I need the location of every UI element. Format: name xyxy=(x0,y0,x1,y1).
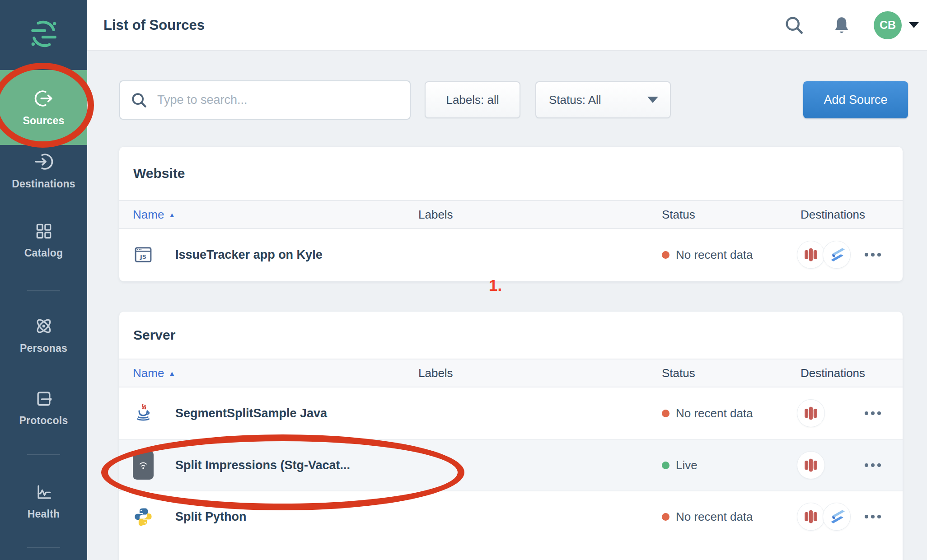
table-header: Name ▲ Labels Status Destinations xyxy=(119,359,903,387)
column-header-destinations: Destinations xyxy=(801,366,889,380)
table-row-split-impressions[interactable]: Split Impressions (Stg-Vacat... Live xyxy=(119,439,903,490)
search-input[interactable] xyxy=(157,93,400,107)
table-row-java[interactable]: SegmentSplitSample Java No recent data xyxy=(119,387,903,439)
status-filter-dropdown[interactable]: Status: All xyxy=(535,81,671,118)
status-text: No recent data xyxy=(676,406,753,420)
row-actions-button[interactable] xyxy=(860,510,885,523)
column-header-destinations: Destinations xyxy=(801,208,889,222)
row-actions-button[interactable] xyxy=(860,407,885,420)
sidebar: Sources Destinations Catalog xyxy=(0,0,87,560)
destinations-cell xyxy=(801,241,889,269)
labels-filter-label: Labels: all xyxy=(446,93,499,107)
status-filter-label: Status: All xyxy=(549,93,601,107)
source-name-link[interactable]: SegmentSplitSample Java xyxy=(175,406,327,420)
sidebar-item-protocols[interactable]: Protocols xyxy=(0,384,87,431)
status-text: No recent data xyxy=(676,248,753,262)
search-icon xyxy=(130,91,148,109)
source-name-link[interactable]: Split Python xyxy=(175,510,247,524)
sidebar-divider xyxy=(27,290,60,291)
global-search-button[interactable] xyxy=(784,15,805,36)
destination-red-cylinder-icon[interactable] xyxy=(797,503,825,531)
svg-text:JS: JS xyxy=(140,253,146,260)
protocols-icon xyxy=(34,389,54,409)
destination-badges xyxy=(797,399,825,427)
sidebar-item-label: Health xyxy=(28,508,60,520)
source-name-link[interactable]: IssueTracker app on Kyle xyxy=(175,248,323,262)
javascript-source-icon: JS xyxy=(133,244,154,265)
column-header-status: Status xyxy=(662,366,801,380)
wifi-beacon-source-icon xyxy=(133,451,154,480)
avatar-initials: CB xyxy=(880,19,896,32)
sidebar-item-label: Personas xyxy=(20,342,67,355)
destination-red-cylinder-icon[interactable] xyxy=(797,451,825,479)
status-text: No recent data xyxy=(676,510,753,524)
bell-icon xyxy=(831,15,852,36)
source-name-cell: SegmentSplitSample Java xyxy=(133,403,418,424)
column-header-name[interactable]: Name ▲ xyxy=(133,366,418,380)
status-cell: No recent data xyxy=(662,510,801,524)
status-text: Live xyxy=(676,458,698,472)
destination-red-cylinder-icon[interactable] xyxy=(797,241,825,269)
sidebar-item-label: Catalog xyxy=(24,247,63,259)
source-name-cell: Split Impressions (Stg-Vacat... xyxy=(133,451,418,480)
labels-filter-button[interactable]: Labels: all xyxy=(425,81,520,118)
account-menu-caret-icon[interactable] xyxy=(909,22,919,28)
catalog-icon xyxy=(34,221,54,241)
destination-split-icon[interactable] xyxy=(823,241,851,269)
destination-badges xyxy=(797,451,825,479)
sort-ascending-icon: ▲ xyxy=(169,369,175,377)
search-icon xyxy=(784,15,805,36)
sidebar-item-catalog[interactable]: Catalog xyxy=(0,217,87,264)
sidebar-item-health[interactable]: Health xyxy=(0,478,87,525)
sidebar-item-destinations[interactable]: Destinations xyxy=(0,147,87,194)
destination-red-cylinder-icon[interactable] xyxy=(797,399,825,427)
table-row-issuetracker[interactable]: JS IssueTracker app on Kyle No recent da… xyxy=(119,229,903,280)
health-icon xyxy=(34,482,54,502)
destinations-icon xyxy=(33,151,54,172)
segment-logo-icon xyxy=(29,18,59,50)
status-dot-warning xyxy=(662,251,670,259)
row-actions-button[interactable] xyxy=(860,459,885,471)
personas-icon xyxy=(33,316,54,336)
main-content: Labels: all Status: All Add Source Websi… xyxy=(87,51,927,560)
destination-split-icon[interactable] xyxy=(823,503,851,531)
sources-icon xyxy=(33,88,54,109)
sidebar-item-personas[interactable]: Personas xyxy=(0,312,87,359)
avatar[interactable]: CB xyxy=(874,11,902,39)
column-header-status: Status xyxy=(662,208,801,222)
sidebar-item-label: Sources xyxy=(23,115,64,127)
top-bar: List of Sources CB xyxy=(87,0,927,51)
server-sources-card: Server Name ▲ Labels Status Destinations xyxy=(119,312,903,560)
website-sources-card: Website Name ▲ Labels Status Destination… xyxy=(119,147,903,281)
chevron-down-icon xyxy=(647,97,658,103)
add-source-button[interactable]: Add Source xyxy=(803,81,908,118)
sidebar-item-sources[interactable]: Sources xyxy=(0,70,87,145)
sort-ascending-icon: ▲ xyxy=(169,211,175,219)
table-header: Name ▲ Labels Status Destinations xyxy=(119,200,903,229)
sidebar-divider xyxy=(27,547,60,548)
sidebar-item-label: Protocols xyxy=(19,415,68,427)
source-name-cell: Split Python xyxy=(133,506,418,527)
status-cell: Live xyxy=(662,458,801,472)
column-header-labels: Labels xyxy=(418,366,662,380)
section-title-server: Server xyxy=(119,312,903,359)
column-header-labels: Labels xyxy=(418,208,662,222)
status-dot-warning xyxy=(662,410,670,417)
segment-logo[interactable] xyxy=(0,18,87,50)
destination-badges xyxy=(797,241,851,269)
status-cell: No recent data xyxy=(662,248,801,262)
notifications-button[interactable] xyxy=(831,15,852,36)
destinations-cell xyxy=(801,503,889,531)
status-cell: No recent data xyxy=(662,406,801,420)
app-screen: Sources Destinations Catalog xyxy=(0,0,927,560)
source-name-link[interactable]: Split Impressions (Stg-Vacat... xyxy=(175,458,350,472)
status-dot-success xyxy=(662,462,670,469)
status-dot-warning xyxy=(662,513,670,521)
column-header-name[interactable]: Name ▲ xyxy=(133,208,418,222)
table-row-split-python[interactable]: Split Python No recent data xyxy=(119,490,903,542)
destinations-cell xyxy=(801,399,889,427)
row-actions-button[interactable] xyxy=(860,248,885,261)
sidebar-item-label: Destinations xyxy=(12,178,75,190)
destination-badges xyxy=(797,503,851,531)
python-source-icon xyxy=(133,506,154,527)
